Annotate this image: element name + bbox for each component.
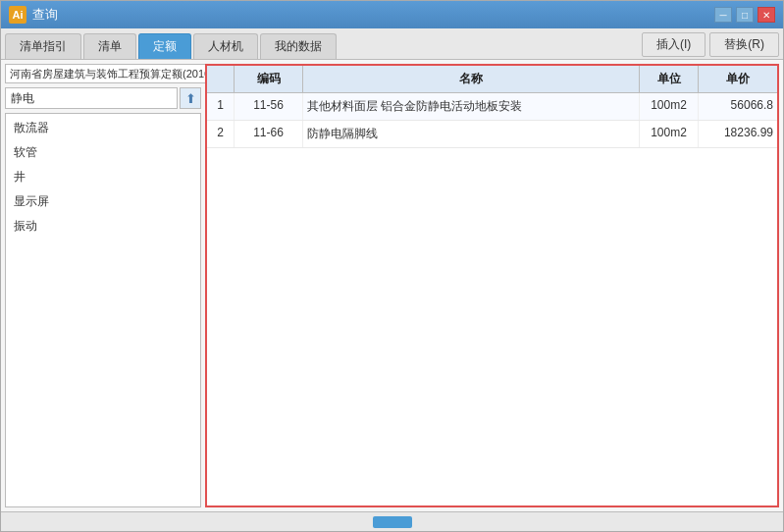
main-window: Ai 查询 ─ □ ✕ 清单指引 清单 定额 人材机 我的数据 插入(I) 替换… [0, 0, 784, 532]
maximize-button[interactable]: □ [736, 7, 754, 23]
replace-button[interactable]: 替换(R) [709, 32, 779, 57]
left-panel: 河南省房屋建筑与装饰工程预算定额(2016) ⬆ 散流器 软管 井 显示屏 振动 [5, 64, 201, 507]
titlebar: Ai 查询 ─ □ ✕ [1, 1, 783, 28]
dropdown-row: 河南省房屋建筑与装饰工程预算定额(2016) [5, 64, 201, 83]
list-item[interactable]: 散流器 [6, 116, 200, 140]
cell-unit-2: 100m2 [640, 121, 699, 147]
list-item[interactable]: 显示屏 [6, 189, 200, 214]
list-item[interactable]: 井 [6, 165, 200, 189]
tab-rencaiji[interactable]: 人材机 [193, 33, 258, 59]
search-button[interactable]: ⬆ [180, 87, 201, 109]
tab-dinge[interactable]: 定额 [138, 33, 191, 59]
insert-button[interactable]: 插入(I) [642, 32, 706, 57]
cell-name-2: 防静电隔脚线 [303, 121, 640, 147]
titlebar-left: Ai 查询 [9, 6, 58, 24]
list-item[interactable]: 软管 [6, 140, 200, 165]
search-input[interactable] [5, 87, 178, 109]
col-header-num [207, 66, 235, 92]
tab-qingdanzhiyin[interactable]: 清单指引 [5, 33, 81, 59]
cell-unit-1: 100m2 [640, 93, 699, 120]
list-area: 散流器 软管 井 显示屏 振动 [5, 113, 201, 507]
col-header-unit: 单位 [640, 66, 699, 92]
tab-qingdan[interactable]: 清单 [83, 33, 136, 59]
list-item[interactable]: 振动 [6, 214, 200, 239]
quota-dropdown[interactable]: 河南省房屋建筑与装饰工程预算定额(2016) [5, 64, 233, 83]
bottom-bar [1, 511, 783, 531]
scroll-indicator[interactable] [373, 516, 412, 528]
cell-price-2: 18236.99 [699, 121, 777, 147]
table-row[interactable]: 1 11-56 其他材料面层 铝合金防静电活动地板安装 100m2 56066.… [207, 93, 777, 121]
main-content: 河南省房屋建筑与装饰工程预算定额(2016) ⬆ 散流器 软管 井 显示屏 振动… [1, 60, 783, 511]
cell-code-1: 11-56 [235, 93, 303, 120]
col-header-name: 名称 [303, 66, 640, 92]
app-icon: Ai [9, 6, 26, 24]
window-title: 查询 [32, 6, 58, 24]
table-body: 1 11-56 其他材料面层 铝合金防静电活动地板安装 100m2 56066.… [207, 93, 777, 505]
cell-price-1: 56066.8 [699, 93, 777, 120]
right-panel: 编码 名称 单位 单价 1 11-56 其他材料面层 铝合金防静电活动地板安装 … [205, 64, 779, 507]
cell-num-2: 2 [207, 121, 235, 147]
search-row: ⬆ [5, 87, 201, 109]
cell-num-1: 1 [207, 93, 235, 120]
table-header: 编码 名称 单位 单价 [207, 66, 777, 93]
cell-name-1: 其他材料面层 铝合金防静电活动地板安装 [303, 93, 640, 120]
col-header-price: 单价 [699, 66, 777, 92]
tabs-bar: 清单指引 清单 定额 人材机 我的数据 插入(I) 替换(R) [1, 28, 783, 60]
col-header-code: 编码 [235, 66, 303, 92]
cell-code-2: 11-66 [235, 121, 303, 147]
table-row[interactable]: 2 11-66 防静电隔脚线 100m2 18236.99 [207, 121, 777, 148]
minimize-button[interactable]: ─ [714, 7, 732, 23]
toolbar-right: 插入(I) 替换(R) [642, 32, 779, 59]
tab-wodeshujv[interactable]: 我的数据 [260, 33, 337, 59]
titlebar-controls: ─ □ ✕ [714, 7, 775, 23]
close-button[interactable]: ✕ [758, 7, 775, 23]
